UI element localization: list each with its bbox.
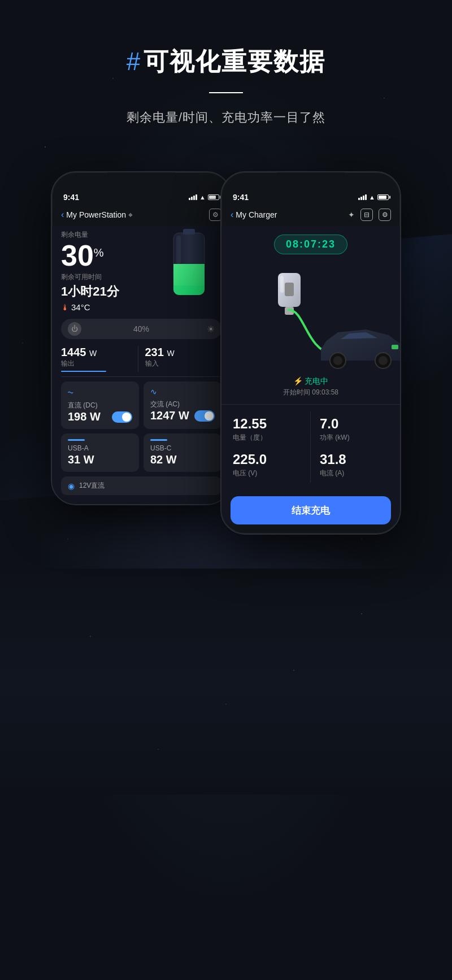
svg-point-12 (333, 356, 342, 365)
right-phone: 9:41 ▲ ‹ My (220, 171, 401, 535)
left-screen-content: 剩余电量 30 % (52, 226, 231, 504)
stat-cell-current: 31.8 电流 (A) (311, 447, 391, 483)
usb-a-watt: 31 W (68, 453, 132, 466)
usb-c-watt: 82 W (150, 453, 215, 466)
stat-cell-power: 7.0 功率 (kW) (311, 411, 391, 447)
right-signal-bars (358, 194, 367, 200)
charging-text: 充电中 (231, 376, 391, 387)
power-stats-row: 1445 W 输出 231 W 输入 (61, 346, 221, 377)
brightness-slider[interactable]: ⏻ 40% ☀ (61, 319, 221, 339)
signal-bars (189, 194, 197, 200)
usb-a-name: USB-A (68, 444, 132, 452)
battery-status-icon (208, 194, 219, 200)
left-status-icons: ▲ (189, 194, 219, 201)
dc-name: 直流 (DC) (68, 401, 132, 410)
stat-voltage-unit: 电压 (V) (233, 469, 301, 478)
file-icon: ⊟ (364, 211, 370, 219)
dc-card: ⏦ 直流 (DC) 198 W (61, 381, 139, 429)
ac-watt: 1247 W (150, 409, 189, 422)
page-title: #可视化重要数据 (127, 45, 325, 79)
dc-watt-row: 198 W (68, 410, 132, 423)
power-button-icon: ⏻ (68, 322, 81, 336)
stat-cell-energy: 12.55 电量（度） (231, 411, 311, 447)
settings-gear-icon: ⚙ (212, 211, 219, 219)
left-nav-bar: ‹ My PowerStation ⌖ ⚙ (52, 204, 231, 226)
usb-c-card: USB-C 82 W (144, 433, 221, 472)
usb-a-card: USB-A 31 W (61, 433, 139, 472)
stat-energy-unit: 电量（度） (233, 433, 301, 443)
hash-symbol: # (127, 47, 141, 75)
right-phone-screen: 08:07:23 (221, 226, 400, 524)
stat-power-value: 7.0 (320, 416, 389, 432)
stats-grid: 12.55 电量（度） 7.0 功率 (kW) 225.0 电压 (V) 31.… (221, 404, 400, 489)
right-settings-button[interactable]: ⚙ (379, 209, 391, 221)
dc12v-row: ◉ 12V直流 (61, 476, 221, 495)
ac-toggle[interactable] (194, 410, 215, 422)
output-label: 输出 (61, 359, 138, 368)
svg-point-13 (379, 356, 388, 365)
battery-3d-illustration (159, 224, 221, 306)
svg-rect-3 (183, 229, 195, 235)
back-arrow-icon: ‹ (61, 210, 64, 220)
signal-bar-2 (191, 197, 193, 200)
left-nav-title: My PowerStation (66, 210, 126, 219)
temp-value: 34°C (71, 302, 90, 312)
charging-status: 充电中 开始时间 09:03:58 (221, 372, 400, 404)
right-nav-icons: ✦ ⊟ ⚙ (348, 209, 391, 221)
dc-watt: 198 W (68, 410, 101, 423)
bottom-section (0, 569, 452, 795)
brightness-value: 40% (133, 324, 149, 333)
right-nav-bar: ‹ My Charger ✦ ⊟ ⚙ (221, 204, 400, 226)
bluetooth-icon: ⌖ (128, 210, 133, 220)
header-subtitle: 剩余电量/时间、充电功率一目了然 (127, 109, 325, 126)
output-indicator (61, 371, 106, 372)
ac-card: ∿ 交流 (AC) 1247 W (144, 381, 221, 429)
signal-bar-1 (189, 198, 190, 200)
input-label: 输入 (145, 359, 222, 368)
svg-rect-5 (173, 285, 205, 295)
right-battery-icon (377, 194, 389, 200)
stat-current-unit: 电流 (A) (320, 469, 389, 478)
stat-energy-value: 12.55 (233, 416, 301, 432)
input-watt: 231 W (145, 346, 222, 359)
right-status-icons: ▲ (358, 194, 389, 201)
charging-start-time: 开始时间 09:03:58 (231, 388, 391, 397)
left-nav-back[interactable]: ‹ My PowerStation ⌖ (61, 210, 133, 220)
header-divider (209, 92, 243, 93)
timer-container: 08:07:23 (221, 226, 400, 259)
stat-power-unit: 功率 (kW) (320, 433, 389, 443)
ac-icon-row: ∿ (150, 387, 215, 396)
car-silhouette (321, 315, 400, 372)
right-battery-fill (379, 196, 386, 199)
right-file-button[interactable]: ⊟ (360, 209, 373, 221)
left-status-bar: 9:41 ▲ (52, 188, 231, 204)
dc-toggle[interactable] (112, 411, 132, 423)
battery-fill (209, 196, 216, 199)
right-status-bar: 9:41 ▲ (221, 188, 400, 204)
usb-grid: USB-A 31 W USB-C 82 W (61, 433, 221, 472)
right-back-arrow-icon: ‹ (231, 210, 233, 220)
left-phone-screen: 剩余电量 30 % (52, 226, 231, 504)
signal-bar-3 (363, 196, 364, 200)
dc12v-icon: ◉ (68, 482, 75, 491)
signal-bar-3 (193, 196, 195, 200)
wifi-icon: ▲ (199, 194, 206, 201)
signal-bar-4 (365, 194, 367, 200)
settings-button[interactable]: ⚙ (209, 209, 221, 221)
ac-wave-icon: ∿ (150, 387, 157, 396)
dc-icon: ⏦ (68, 387, 73, 397)
svg-rect-4 (176, 236, 181, 264)
left-phone-notch (107, 172, 175, 188)
ac-name: 交流 (AC) (150, 400, 215, 409)
svg-rect-14 (392, 345, 398, 349)
right-bluetooth-icon: ✦ (348, 210, 355, 219)
end-charge-button[interactable]: 结束充电 (231, 496, 391, 524)
stat-cell-voltage: 225.0 电压 (V) (231, 447, 311, 483)
power-input-stat: 231 W 输入 (138, 346, 222, 372)
usb-c-bar (150, 439, 167, 441)
stat-current-value: 31.8 (320, 452, 389, 467)
stat-voltage-value: 225.0 (233, 452, 301, 467)
power-output-stat: 1445 W 输出 (61, 346, 138, 372)
right-nav-title: My Charger (236, 210, 277, 219)
right-nav-back[interactable]: ‹ My Charger (231, 210, 277, 220)
